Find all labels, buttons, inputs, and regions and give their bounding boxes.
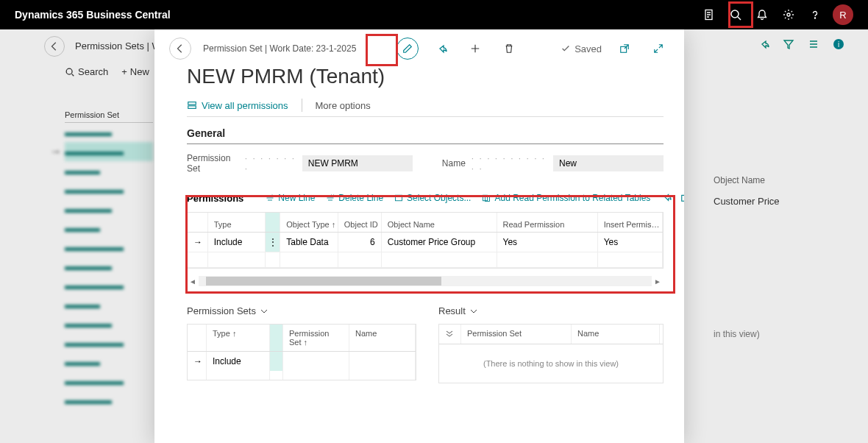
gear-icon[interactable] [775,1,802,28]
col-insert[interactable]: Insert Permis… [598,213,663,232]
grid-share-icon[interactable] [661,192,672,205]
help-icon[interactable] [802,1,828,28]
result-grid: Permission Set Name (There is nothing to… [438,324,664,383]
add-read-perm-button[interactable]: Add Read Permission to Related Tables [482,193,650,203]
result-panel-title[interactable]: Result [438,305,664,316]
col-object-id[interactable]: Object ID ↑ [338,213,382,232]
svg-point-1 [731,10,739,18]
permissions-grid: Type Object Type ↑ Object ID ↑ Object Na… [187,212,664,269]
horizontal-scrollbar[interactable]: ◄ ► [187,276,664,286]
permissions-title: Permissions [187,193,243,204]
svg-rect-10 [396,195,402,201]
delete-icon[interactable] [498,38,520,60]
select-objects-button[interactable]: Select Objects... [394,193,471,203]
share-icon[interactable] [430,38,452,60]
svg-rect-8 [188,102,196,105]
table-row[interactable]: → Include [188,352,416,371]
edit-button[interactable] [396,38,419,60]
svg-rect-13 [682,195,684,201]
name-label: Name [442,158,466,169]
col-object-type[interactable]: Object Type ↑ [280,213,338,232]
permission-set-card: Permission Set | Work Date: 23-1-2025 Sa… [154,29,684,443]
svg-point-3 [814,18,815,18]
row-selector-icon[interactable]: → [188,233,208,252]
app-title: Dynamics 365 Business Central [15,9,696,21]
saved-indicator: Saved [561,43,602,54]
new-icon[interactable] [464,38,486,60]
doc-icon[interactable] [696,1,722,28]
svg-point-2 [787,13,790,16]
delete-line-button[interactable]: Delete Line [326,193,383,203]
breadcrumb: Permission Set | Work Date: 23-1-2025 [203,43,356,54]
table-row[interactable] [188,252,663,268]
more-options[interactable]: More options [316,100,371,111]
back-button[interactable] [169,38,191,60]
page-title: NEW PMRM (Tenant) [187,68,664,88]
permission-sets-grid: Type ↑ Permission Set ↑ Name → Include [187,324,416,380]
result-empty: (There is nothing to show in this view) [439,344,663,383]
bell-icon[interactable] [749,1,775,28]
row-menu-icon[interactable]: ⋮ [266,233,280,252]
name-value[interactable]: New [553,155,664,171]
grid-popout-icon[interactable] [680,192,684,205]
permission-sets-panel-title[interactable]: Permission Sets [187,305,416,316]
table-row[interactable]: → Include ⋮ Table Data 6 Customer Price … [188,233,663,252]
view-all-permissions[interactable]: View all permissions [187,100,288,111]
col-object-name[interactable]: Object Name [382,213,497,232]
avatar[interactable]: R [833,4,853,25]
expand-icon[interactable] [647,38,669,60]
top-bar: Dynamics 365 Business Central R [0,0,868,29]
collapse-all-icon[interactable] [439,325,461,344]
new-line-button[interactable]: New Line [266,193,315,203]
general-section: General [187,127,664,144]
perm-set-value[interactable]: NEW PMRM [302,155,413,171]
col-type[interactable]: Type [208,213,266,232]
search-icon[interactable] [722,1,749,28]
table-row[interactable] [188,371,416,380]
col-read[interactable]: Read Permission [497,213,598,232]
svg-rect-9 [188,106,196,109]
popout-icon[interactable] [613,38,636,60]
perm-set-label: Permission Set [187,153,239,174]
